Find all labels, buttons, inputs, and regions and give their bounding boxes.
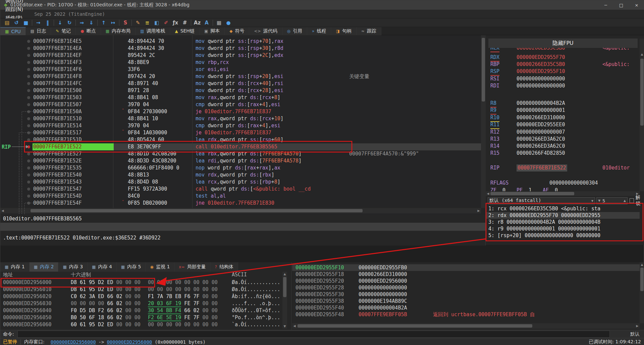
stack-address[interactable]: 000000EDD2955F20 — [296, 278, 344, 284]
register-row-RIP[interactable]: RIP00007FF6EB71E522010editor — [486, 164, 640, 171]
hex-byte[interactable]: 54 — [154, 307, 163, 314]
disasm-address[interactable]: 00007FF6EB71E4EF — [33, 52, 82, 59]
disasm-row[interactable]: 00007FF6EB71E4F8897424 20mov dword ptr s… — [0, 73, 481, 80]
hex-byte[interactable]: 00 — [172, 279, 181, 285]
hex-byte[interactable]: 00 — [122, 322, 131, 328]
disasm-address[interactable]: 00007FF6EB71E514 — [33, 122, 82, 129]
memory-address[interactable]: 000000EDD2956050 — [3, 314, 52, 321]
hex-byte[interactable]: 00 — [200, 286, 209, 292]
hex-byte[interactable]: 00 — [200, 300, 209, 306]
registers-vertical-scrollbar[interactable]: ▲ — [640, 39, 644, 191]
disasm-row[interactable]: 00007FF6EB71E5073970 04cmp dword ptr ds:… — [0, 101, 481, 108]
hex-byte[interactable]: C0 — [71, 293, 77, 299]
step-into-source-icon[interactable]: ⇓ — [87, 19, 96, 26]
stack-value[interactable]: 0000000000004B2A — [359, 304, 407, 311]
stop-icon[interactable]: ■ — [21, 19, 31, 26]
hex-byte[interactable]: 61 — [77, 279, 86, 285]
hex-byte[interactable]: 00 — [163, 279, 172, 285]
disasm-row[interactable]: 00007FF6EB71E50348:8B41 08mov rax,qword … — [0, 94, 481, 101]
disasm-address[interactable]: 00007FF6EB71E547 — [33, 186, 82, 193]
disasm-row[interactable]: 00007FF6EB71E4F633F6xor esi,esi — [0, 66, 481, 73]
menu-item-D[interactable]: 调试(D) — [0, 0, 31, 5]
hex-byte[interactable]: 00 — [113, 286, 122, 292]
register-value[interactable]: 00007FF6EB71E522 — [517, 164, 567, 171]
disasm-row[interactable]: 00007FF6EB71E4F348:8BE9mov rbp,rcx — [0, 59, 481, 66]
hex-byte[interactable]: 7F — [190, 315, 199, 321]
disasm-address[interactable]: 00007FF6EB71E535 — [33, 164, 82, 171]
memory-address[interactable]: 000000EDD2956030 — [3, 300, 52, 307]
register-value[interactable]: 0000000000000000 — [517, 75, 565, 82]
disasm-address[interactable]: 00007FF6EB71E54F — [33, 200, 82, 207]
hex-byte[interactable]: 00 — [154, 322, 163, 328]
hex-byte[interactable]: 6F — [163, 300, 172, 307]
stack-address[interactable]: 000000EDD2955F28 — [296, 284, 344, 291]
disasm-address[interactable]: 00007FF6EB71E522 — [33, 143, 114, 150]
register-value[interactable]: 00000266ED310000 — [517, 114, 565, 121]
register-value[interactable]: 00000266ED3A62C0 — [517, 136, 565, 143]
tab-引用[interactable]: ◎引用 — [282, 27, 307, 35]
breakpoint-dot-icon[interactable] — [27, 145, 30, 148]
hex-byte[interactable]: ED — [95, 293, 104, 299]
pause-icon[interactable]: ‖ — [43, 19, 52, 26]
disasm-row[interactable]: 00007FF6EB71E522E8 3E70C9FFcall 010edito… — [0, 143, 481, 150]
tab-内存 2[interactable]: ▦内存 2 — [30, 262, 59, 272]
register-row-R10[interactable]: R1000000266ED310000 — [486, 114, 640, 121]
tab-调用堆栈[interactable]: ▥调用堆栈 — [136, 27, 170, 35]
hex-byte[interactable]: 00 — [190, 286, 199, 292]
stack-row[interactable]: 000000EDD2955F10000000EDD2955FB0 — [292, 264, 640, 271]
hex-byte[interactable]: ED — [104, 279, 113, 285]
tab-监视 1[interactable]: ◉监视 1 — [146, 262, 175, 272]
hex-byte[interactable]: 00 — [113, 279, 122, 285]
bullet-icon[interactable] — [27, 61, 30, 64]
disasm-address[interactable]: 00007FF6EB71E50A — [33, 108, 82, 115]
hex-byte[interactable]: 00 — [131, 279, 141, 285]
hex-byte[interactable]: F6 — [181, 293, 190, 299]
register-row-R15[interactable]: R1500000266F4D82850 — [486, 150, 640, 157]
stack-address[interactable]: 000000EDD2955F18 — [296, 271, 344, 278]
register-row-RSI[interactable]: RSI0000000000000000 — [486, 75, 640, 82]
step-over-icon[interactable]: ↻ — [65, 19, 74, 26]
memory-row[interactable]: 000000EDD2956050B0 50 6F 18 66 02 00 00F… — [0, 314, 287, 321]
register-value[interactable]: 0000000000000007 — [517, 129, 565, 136]
stack-value[interactable]: 0000000000000000 — [359, 291, 407, 298]
hex-byte[interactable]: 7A — [154, 293, 163, 299]
hex-byte[interactable]: 03 — [154, 300, 163, 307]
tab-断点[interactable]: ●断点 — [76, 27, 101, 35]
hex-byte[interactable]: 00 — [122, 300, 131, 306]
hex-byte[interactable]: EB — [172, 293, 181, 299]
hex-byte[interactable]: 00 — [122, 315, 131, 321]
tab-线程[interactable]: »线程 — [307, 27, 331, 35]
hex-byte[interactable]: D2 — [95, 322, 104, 328]
hex-byte[interactable]: 95 — [86, 279, 95, 285]
stack-value[interactable]: 0000000000000000 — [359, 284, 407, 291]
disasm-horizontal-scrollbar[interactable]: ◀▶ — [0, 208, 481, 213]
disasm-row[interactable]: ˇ00007FF6EB71E50A0F84 27030000je 010edit… — [0, 108, 481, 115]
hex-byte[interactable]: 00 — [95, 300, 104, 306]
skip-icon[interactable]: ↦ — [108, 19, 118, 26]
hex-byte[interactable]: 7F — [190, 293, 199, 299]
stack-row[interactable]: 000000EDD2955F4800007FFE9EBFF05B返回到 ucrt… — [292, 311, 640, 318]
stack-row[interactable]: 000000EDD2955F380000000E194AB89C — [292, 298, 640, 304]
hex-byte[interactable]: DB — [86, 307, 95, 314]
hex-byte[interactable]: 18 — [95, 315, 104, 321]
register-row-R11[interactable]: R11000000EDD2955EE0 — [486, 121, 640, 128]
memory-vertical-scrollbar[interactable]: ▲▼ — [282, 272, 287, 329]
argument-count-spinner[interactable]: ▼ 5 ▲ — [596, 197, 628, 204]
bullet-icon[interactable] — [27, 195, 30, 198]
bullet-icon[interactable] — [27, 82, 30, 85]
comment-icon[interactable]: ≡ — [143, 19, 152, 26]
hex-byte[interactable]: 00 — [131, 315, 141, 321]
register-row-RSP[interactable]: RSP000000EDD2955F10 — [486, 68, 640, 75]
argument-row[interactable]: 1: rcx 00000266ED35C5B0 <&public: sta — [486, 205, 640, 212]
highlight-icon[interactable]: ✐ — [161, 19, 171, 26]
hex-byte[interactable]: 00 — [209, 315, 218, 321]
stack-value[interactable]: 000000EDD2956000 — [359, 278, 407, 284]
hex-byte[interactable]: 00 — [122, 286, 131, 292]
tab-句柄[interactable]: ◨句柄 — [331, 27, 356, 35]
font-icon[interactable]: A — [202, 19, 211, 26]
hex-byte[interactable]: 00 — [200, 279, 209, 285]
stack-pane[interactable]: 000000EDD2955F10000000EDD2955FB0000000ED… — [292, 262, 644, 330]
register-row-R13[interactable]: R1300000266ED3A62C0 — [486, 136, 640, 143]
disasm-row[interactable]: ˇ00007FF6EB71E5170F84 1A030000je 010edit… — [0, 129, 481, 136]
register-row-RDX[interactable]: RDX000000EDD2955F70 — [486, 54, 640, 61]
